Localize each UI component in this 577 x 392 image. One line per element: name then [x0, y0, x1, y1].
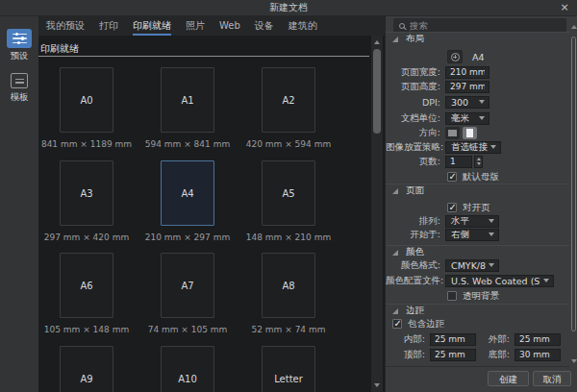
preset-thumbnail: A1 [161, 67, 214, 133]
preset-card-a3[interactable]: A3 297 mm × 420 mm [34, 160, 139, 242]
preset-card-a8[interactable]: A8 52 mm × 74 mm [236, 253, 341, 334]
scroll-down-icon[interactable] [571, 359, 577, 363]
scrollbar-thumb[interactable] [373, 49, 381, 134]
sidebar-item-templates[interactable]: 模板 [0, 73, 38, 104]
section-layout-title: 布局 [406, 33, 424, 45]
section-expand-icon [392, 37, 398, 42]
default-master-label: 默认母版 [463, 171, 499, 184]
include-margins-checkbox[interactable] [392, 319, 402, 329]
tab-photo[interactable]: 照片 [186, 16, 205, 36]
preset-dims: 594 mm × 841 mm [135, 139, 240, 149]
tab-architectural[interactable]: 建筑的 [288, 16, 317, 36]
field-pages: 页数: [386, 155, 569, 168]
tab-devices[interactable]: 设备 [255, 16, 274, 36]
cancel-button[interactable]: 取消 [533, 371, 571, 386]
section-expand-icon [392, 308, 398, 314]
transparent-bg-checkbox[interactable] [447, 291, 457, 301]
section-title: 印刷就绪 [40, 42, 79, 56]
placement-dropdown[interactable]: 首选链接 [445, 141, 501, 154]
tab-my-presets[interactable]: 我的预设 [46, 16, 85, 36]
titlebar: 新建文档 × [0, 0, 577, 16]
arrange-dropdown[interactable]: 水平 [445, 215, 499, 228]
margin-top-input[interactable] [430, 349, 476, 361]
preset-dims: 74 mm × 105 mm [135, 325, 240, 334]
preset-name: A5 [282, 188, 294, 199]
preset-name: A7 [181, 281, 193, 291]
chevron-down-icon [479, 116, 485, 120]
tab-press-ready[interactable]: 印刷就绪 [133, 16, 171, 36]
scroll-up-icon[interactable] [571, 25, 577, 29]
search-input[interactable] [410, 20, 561, 31]
search-box[interactable] [393, 18, 566, 33]
left-rail: 预设 模板 [0, 16, 38, 392]
preset-card-letter[interactable]: Letter [236, 346, 341, 392]
margins-row-1: 内部: 外部: [386, 332, 569, 346]
units-value: 毫米 [451, 112, 469, 125]
units-dropdown[interactable]: 毫米 [445, 112, 489, 125]
default-master-checkbox[interactable] [447, 172, 457, 182]
preset-name: A2 [282, 95, 294, 106]
color-format-label: 颜色格式: [386, 259, 445, 272]
scroll-down-icon[interactable] [374, 383, 380, 387]
page-height-input[interactable] [445, 81, 489, 93]
page-width-label: 页面宽度: [386, 66, 445, 79]
preset-dims: 148 mm × 210 mm [236, 233, 341, 242]
color-format-dropdown[interactable]: CMYK/8 [445, 259, 499, 272]
section-margins[interactable]: 边距 [386, 304, 569, 317]
preset-card-a10[interactable]: A10 [135, 346, 240, 392]
pages-label: 页数: [386, 156, 445, 168]
plus-circle-button[interactable] [447, 50, 463, 63]
preset-card-a6[interactable]: A6 105 mm × 148 mm [34, 253, 139, 334]
preset-card-a2[interactable]: A2 420 mm × 594 mm [236, 67, 341, 149]
section-page[interactable]: 页面 [386, 184, 569, 197]
field-units: 文档单位: 毫米 [386, 111, 569, 125]
page-width-input[interactable] [445, 66, 489, 79]
tab-web[interactable]: Web [219, 16, 240, 36]
tab-print[interactable]: 打印 [99, 16, 118, 36]
section-layout[interactable]: 布局 [386, 32, 569, 45]
landscape-icon [448, 130, 457, 136]
preset-name: A10 [178, 374, 197, 384]
margins-row-2: 顶部: 底部: [386, 348, 569, 361]
section-color[interactable]: 颜色 [386, 245, 569, 258]
preset-grid-scrollbar[interactable] [371, 36, 383, 392]
color-profile-value: U.S. Web Coated (SWOP) v [451, 276, 540, 286]
preset-dims: 105 mm × 148 mm [34, 325, 139, 334]
pages-stepper[interactable] [474, 156, 483, 168]
preset-name: A1 [181, 95, 193, 106]
preset-card-a9[interactable]: A9 [34, 346, 139, 392]
sidebar-item-presets[interactable]: 预设 [0, 29, 38, 62]
portrait-icon [466, 129, 473, 137]
landscape-button[interactable] [445, 127, 460, 139]
close-icon[interactable]: × [558, 0, 571, 15]
templates-icon [11, 73, 28, 88]
scroll-up-icon[interactable] [374, 40, 380, 44]
preset-card-a1[interactable]: A1 594 mm × 841 mm [135, 67, 240, 149]
facing-pages-checkbox[interactable] [447, 203, 457, 212]
preset-thumbnail: A0 [60, 67, 113, 133]
margin-inner-input[interactable] [430, 333, 476, 346]
chevron-down-icon [543, 279, 549, 282]
section-expand-icon [392, 250, 398, 256]
field-orientation: 方向: [386, 126, 569, 139]
color-format-value: CMYK/8 [451, 260, 486, 271]
preset-card-a4-selected[interactable]: A4 210 mm × 297 mm [135, 160, 240, 242]
start-on-dropdown[interactable]: 右侧 [445, 229, 499, 241]
preset-card-a5[interactable]: A5 148 mm × 210 mm [236, 160, 341, 242]
panel-scrollbar[interactable] [570, 25, 577, 363]
margin-outer-input[interactable] [514, 333, 561, 346]
portrait-button[interactable] [463, 127, 477, 139]
preset-card-a7[interactable]: A7 74 mm × 105 mm [135, 253, 240, 334]
pages-input[interactable] [445, 156, 472, 168]
page-height-label: 页面高度: [386, 81, 445, 93]
margin-bottom-input[interactable] [514, 349, 561, 361]
field-include-margins: 包含边距 [386, 317, 569, 331]
scrollbar-thumb[interactable] [571, 37, 576, 331]
preset-card-a0[interactable]: A0 841 mm × 1189 mm [34, 67, 139, 149]
preset-name: A6 [80, 281, 92, 291]
dpi-dropdown[interactable]: 300 [445, 96, 489, 109]
chevron-down-icon [489, 233, 494, 236]
color-profile-dropdown[interactable]: U.S. Web Coated (SWOP) v [445, 275, 554, 287]
preset-category-tabs: 我的预设 打印 印刷就绪 照片 Web 设备 建筑的 [38, 16, 385, 36]
create-button[interactable]: 创建 [488, 371, 529, 386]
